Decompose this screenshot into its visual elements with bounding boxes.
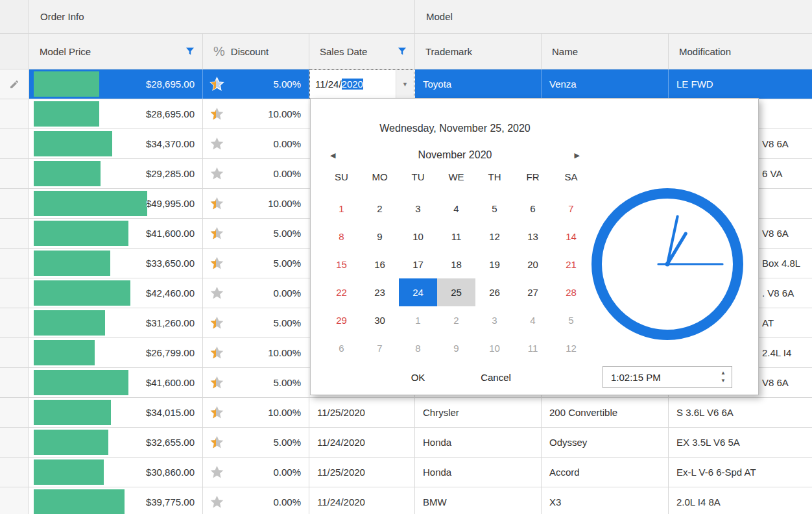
weekday-label: SU (322, 167, 361, 187)
name-cell: Venza (542, 69, 669, 99)
discount-cell: 0.00% (203, 487, 309, 514)
trademark-cell: BMW (415, 487, 542, 514)
calendar-day[interactable]: 12 (552, 334, 590, 362)
calendar-day[interactable]: 2 (361, 195, 399, 223)
weekday-label: TU (399, 167, 437, 187)
percent-icon: % (213, 44, 225, 59)
calendar-day[interactable]: 7 (552, 195, 590, 223)
calendar-day[interactable]: 28 (552, 278, 590, 306)
discount-cell: 5.00% (203, 249, 309, 278)
table-row[interactable]: $39,775.00 $39,775.00 0.00% 11/24/2020 B… (0, 487, 812, 514)
column-header-model-price[interactable]: Model Price (29, 34, 203, 69)
band-order-info[interactable]: Order Info (29, 0, 415, 33)
table-row[interactable]: $28,695.00 $28,695.00 5.00% 11/24/2020 ▼… (0, 69, 812, 99)
model-price-cell: $30,860.00 $30,860.00 (29, 458, 203, 487)
band-model[interactable]: Model (415, 0, 812, 33)
calendar-day[interactable]: 6 (514, 195, 552, 223)
calendar-day[interactable]: 25 (437, 278, 475, 306)
model-price-cell: $33,650.00 $33,650.00 (29, 249, 203, 278)
calendar-day[interactable]: 9 (361, 223, 399, 251)
calendar-day[interactable]: 4 (437, 195, 475, 223)
sales-date-editor[interactable]: 11/24/2020 ▼ (309, 69, 414, 99)
calendar-day[interactable]: 2 (437, 306, 475, 334)
ok-button[interactable]: OK (394, 369, 442, 387)
calendar-day[interactable]: 11 (514, 334, 552, 362)
cancel-button[interactable]: Cancel (465, 369, 527, 387)
name-cell: Odyssey (542, 428, 669, 457)
star-rating-icon (209, 136, 224, 151)
calendar-day[interactable]: 7 (361, 334, 399, 362)
row-indicator-cell (0, 99, 29, 128)
discount-cell: 5.00% (203, 219, 309, 248)
table-row[interactable]: $32,655.00 $32,655.00 5.00% 11/24/2020 H… (0, 428, 812, 458)
calendar-weekday-header: SUMOTUWETHFRSA (322, 167, 590, 187)
calendar-day[interactable]: 5 (552, 306, 590, 334)
modification-cell: LE FWD (669, 69, 812, 99)
calendar-day[interactable]: 16 (361, 251, 399, 278)
calendar-day[interactable]: 1 (322, 195, 361, 223)
car-orders-grid-window: Order Info Model Model Price % Discount … (0, 0, 812, 514)
model-price-cell: $41,600.00 $41,600.00 (29, 368, 203, 397)
calendar-day[interactable]: 8 (399, 334, 437, 362)
next-month-button[interactable]: ▶ (575, 151, 580, 160)
star-rating-icon (209, 106, 224, 121)
column-header-name[interactable]: Name (542, 34, 669, 69)
date-input-text[interactable]: 11/24/2020 (310, 70, 396, 98)
column-header-sales-date[interactable]: Sales Date (309, 34, 415, 69)
spinner-down-button[interactable]: ▼ (721, 378, 726, 384)
row-indicator-cell (0, 487, 29, 514)
filter-icon[interactable] (398, 47, 407, 56)
calendar-day[interactable]: 30 (361, 306, 399, 334)
calendar-day[interactable]: 3 (475, 306, 514, 334)
calendar-day[interactable]: 27 (514, 278, 552, 306)
calendar-day[interactable]: 20 (514, 251, 552, 278)
calendar-day[interactable]: 18 (437, 251, 475, 278)
discount-value: 10.00% (224, 99, 309, 128)
time-input[interactable]: 1:02:15 PM ▲ ▼ (603, 366, 732, 388)
model-price-cell: $34,015.00 $34,015.00 (29, 398, 203, 427)
calendar-day[interactable]: 22 (322, 278, 361, 306)
table-row[interactable]: $34,015.00 $34,015.00 10.00% 11/25/2020 … (0, 398, 812, 428)
table-row[interactable]: $30,860.00 $30,860.00 0.00% 11/25/2020 H… (0, 458, 812, 487)
calendar-day[interactable]: 23 (361, 278, 399, 306)
calendar-day[interactable]: 15 (322, 251, 361, 278)
calendar-month-label[interactable]: November 2020 (335, 149, 574, 161)
calendar-day[interactable]: 6 (322, 334, 361, 362)
weekday-label: WE (437, 167, 475, 187)
modification-cell: S 3.6L V6 6A (669, 398, 812, 427)
calendar-day[interactable]: 14 (552, 223, 590, 251)
dropdown-button[interactable]: ▼ (396, 70, 414, 98)
row-indicator-cell (0, 129, 29, 158)
calendar-day[interactable]: 10 (475, 334, 514, 362)
spinner-up-button[interactable]: ▲ (721, 371, 726, 376)
calendar-day[interactable]: 24 (399, 278, 437, 306)
calendar-day[interactable]: 26 (475, 278, 514, 306)
calendar-day[interactable]: 21 (552, 251, 590, 278)
discount-value: 10.00% (224, 338, 309, 367)
calendar-day[interactable]: 4 (514, 306, 552, 334)
calendar-day[interactable]: 3 (399, 195, 437, 223)
calendar-day[interactable]: 8 (322, 223, 361, 251)
calendar-day[interactable]: 29 (322, 306, 361, 334)
calendar-day[interactable]: 12 (475, 223, 514, 251)
weekday-label: TH (475, 167, 514, 187)
prev-month-button[interactable]: ◀ (330, 151, 335, 160)
discount-value: 0.00% (224, 487, 309, 514)
time-value: 1:02:15 PM (611, 372, 661, 383)
discount-value: 5.00% (224, 368, 309, 397)
discount-cell: 10.00% (203, 189, 309, 218)
calendar-day[interactable]: 19 (475, 251, 514, 278)
calendar-day[interactable]: 5 (475, 195, 514, 223)
column-header-discount[interactable]: % Discount (203, 34, 309, 69)
calendar-day[interactable]: 9 (437, 334, 475, 362)
column-header-trademark[interactable]: Trademark (415, 34, 542, 69)
star-rating-icon (209, 435, 224, 450)
calendar-day[interactable]: 11 (437, 223, 475, 251)
column-header-row: Model Price % Discount Sales Date Tradem… (0, 34, 812, 69)
filter-icon[interactable] (185, 47, 195, 56)
calendar-day[interactable]: 1 (399, 306, 437, 334)
calendar-day[interactable]: 13 (514, 223, 552, 251)
calendar-day[interactable]: 17 (399, 251, 437, 278)
calendar-day[interactable]: 10 (399, 223, 437, 251)
column-header-modification[interactable]: Modification (669, 34, 812, 69)
